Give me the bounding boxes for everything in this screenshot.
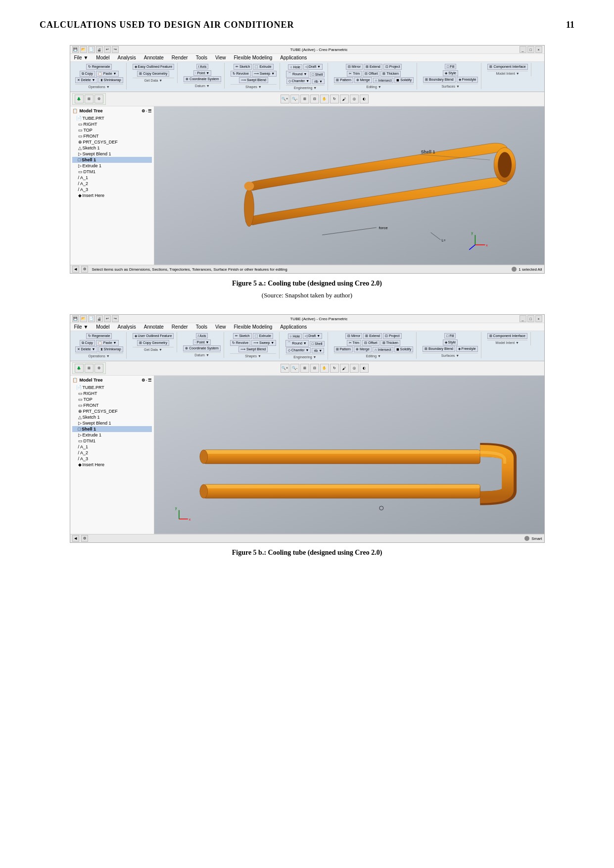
round-btn-5a[interactable]: ⌒ Round ▼ <box>286 71 309 78</box>
tree-item-insert-5b[interactable]: ◆Insert Here <box>72 462 152 468</box>
vp-zoom-prev-5a[interactable]: ⊟ <box>310 95 319 103</box>
project-btn-5b[interactable]: ⊡ Project <box>383 333 402 339</box>
tree-item-a2-5b[interactable]: /A_2 <box>72 450 152 456</box>
menu-file-5a[interactable]: File ▼ <box>72 54 91 61</box>
copy-btn-5a[interactable]: ⧉ Copy <box>80 71 95 77</box>
thicken-btn-5b[interactable]: ⊞ Thicken <box>380 340 400 346</box>
vp-rotate-5a[interactable]: ↻ <box>330 95 339 103</box>
menu-render-5b[interactable]: Render <box>170 324 190 330</box>
tree-item-front-5b[interactable]: ▭FRONT <box>72 402 152 408</box>
component-interface-btn-5a[interactable]: ⊞ Component Interface <box>487 64 527 70</box>
layer-icon-5a[interactable]: ⊞ <box>85 95 94 103</box>
tree-item-shell1-5a[interactable]: □Shell 1 <box>72 157 152 163</box>
tree-item-extrude1-5a[interactable]: ▷Extrude 1 <box>72 163 152 169</box>
pattern-btn-5b[interactable]: ⊞ Pattern <box>334 346 353 352</box>
hole-btn-5a[interactable]: ○ Hole <box>288 64 302 70</box>
draft-btn-5a[interactable]: ◁ Draft ▼ <box>303 64 323 70</box>
settings-icon-5a[interactable]: ⚙ <box>94 95 103 103</box>
freestyle-btn-5a[interactable]: ◈ Freestyle <box>457 77 478 83</box>
thicken-btn-5a[interactable]: ⊞ Thicken <box>380 71 400 77</box>
tree-item-a1-5b[interactable]: /A_1 <box>72 444 152 450</box>
pattern-btn-5a[interactable]: ⊞ Pattern <box>334 77 353 83</box>
layer-icon-5b[interactable]: ⊞ <box>85 364 94 373</box>
menu-model-5a[interactable]: Model <box>94 54 111 61</box>
menu-view-5b[interactable]: View <box>213 324 228 330</box>
tree-item-front-5a[interactable]: ▭FRONT <box>72 133 152 139</box>
trim-btn-5a[interactable]: ✂ Trim <box>347 71 362 77</box>
tree-item-a3-5b[interactable]: /A_3 <box>72 456 152 462</box>
status-left-btn-5a[interactable]: ◀ <box>72 266 79 273</box>
menu-applications-5b[interactable]: Applications <box>278 324 309 330</box>
menu-model-5b[interactable]: Model <box>94 324 111 330</box>
tree-item-dtm1-5a[interactable]: ▭DTM1 <box>72 169 152 175</box>
sketch-btn-5a[interactable]: ✏ Sketch <box>234 64 252 70</box>
tree-item-tube-5a[interactable]: 📄TUBE.PRT <box>72 115 152 121</box>
vp-zoom-in-5a[interactable]: 🔍+ <box>281 95 289 103</box>
vp-shade-5b[interactable]: ◐ <box>360 364 369 373</box>
sketch-btn-5b[interactable]: ✏ Sketch <box>233 333 251 339</box>
qb-save-btn[interactable]: 💾 <box>72 46 79 53</box>
extrude-btn-5a[interactable]: ⬚ Extrude <box>253 64 273 70</box>
vp-repaint-5b[interactable]: 🖌 <box>340 364 349 373</box>
intersect-btn-5a[interactable]: ∩ Intersect <box>373 78 394 83</box>
sweep-btn-5b[interactable]: ⟿ Sweep ▼ <box>251 340 276 346</box>
menu-tools-5a[interactable]: Tools <box>194 54 209 61</box>
component-interface-btn-5b[interactable]: ⊞ Component Interface <box>487 333 527 339</box>
tree-item-sweptblend-5b[interactable]: ▷Swept Blend 1 <box>72 420 152 426</box>
close-btn-5b[interactable]: × <box>535 315 542 322</box>
extend-btn-5b[interactable]: ⊞ Extend <box>363 333 382 339</box>
merge-btn-5b[interactable]: ⊕ Merge <box>354 346 372 352</box>
mirror-btn-5b[interactable]: ⊟ Mirror <box>345 333 362 339</box>
minimize-btn-5a[interactable]: _ <box>520 46 526 53</box>
tree-item-prt-5b[interactable]: ⊕PRT_CSYS_DEF <box>72 408 152 414</box>
tree-item-insert-5a[interactable]: ◆Insert Here <box>72 193 152 198</box>
vp-zoom-out-5b[interactable]: 🔍- <box>290 364 299 373</box>
axis-btn-5a[interactable]: / Axis <box>196 64 209 69</box>
style-btn-5a[interactable]: ◈ Style <box>443 70 458 76</box>
sweep-btn-5a[interactable]: ⟿ Sweep ▼ <box>252 71 277 77</box>
vp-zoom-in-5b[interactable]: 🔍+ <box>281 364 289 373</box>
viewport-5b[interactable]: x y <box>154 376 544 534</box>
shell-btn-5b[interactable]: □ Shell <box>310 341 325 346</box>
menu-render-5a[interactable]: Render <box>170 54 190 61</box>
easyoutlined-btn-5a[interactable]: ◈ Easy Outlined Feature <box>133 64 175 70</box>
offset-btn-5b[interactable]: ⊟ Offset <box>362 340 379 346</box>
viewport-5a[interactable]: force L= x y Shell 1 <box>154 106 544 265</box>
tree-item-sweptblend-5a[interactable]: ▷Swept Blend 1 <box>72 151 152 157</box>
qb-open-btn[interactable]: 📂 <box>80 46 87 53</box>
vp-repaint-5a[interactable]: 🖌 <box>340 95 349 103</box>
delete-btn-5a[interactable]: ✕ Delete ▼ <box>75 77 97 83</box>
tree-item-extrude1-5b[interactable]: ▷Extrude 1 <box>72 432 152 438</box>
vp-shade-5a[interactable]: ◐ <box>360 95 369 103</box>
regenerate-btn-5a[interactable]: ↻ Regenerate <box>86 64 112 70</box>
qb-save-btn-5b[interactable]: 💾 <box>72 315 79 322</box>
menu-annotate-5a[interactable]: Annotate <box>142 54 166 61</box>
minimize-btn-5b[interactable]: _ <box>520 315 526 322</box>
tree-item-right-5b[interactable]: ▭RIGHT <box>72 390 152 396</box>
tree-item-sketch1-5a[interactable]: △Sketch 1 <box>72 145 152 151</box>
vp-orient-5b[interactable]: ◎ <box>350 364 359 373</box>
menu-tools-5b[interactable]: Tools <box>194 324 209 330</box>
shrinkwrap-btn-5b[interactable]: ⧗ Shrinkwrap <box>98 346 123 352</box>
tree-item-dtm1-5b[interactable]: ▭DTM1 <box>72 438 152 444</box>
tree-item-right-5a[interactable]: ▭RIGHT <box>72 121 152 127</box>
trim-btn-5b[interactable]: ✂ Trim <box>347 340 362 346</box>
vp-pan-5b[interactable]: ✋ <box>320 364 329 373</box>
rib-btn-5a[interactable]: rib ▼ <box>312 79 325 84</box>
tree-controls-5b[interactable]: ⚙ · ☰ <box>142 378 152 383</box>
menu-applications-5a[interactable]: Applications <box>278 54 309 61</box>
vp-pan-5a[interactable]: ✋ <box>320 95 329 103</box>
menu-file-5b[interactable]: File ▼ <box>72 324 91 330</box>
tree-item-sketch1-5b[interactable]: △Sketch 1 <box>72 414 152 420</box>
copygeom-btn-5b[interactable]: ⊞ Copy Geometry <box>137 340 169 346</box>
vp-zoom-out-5a[interactable]: 🔍- <box>290 95 299 103</box>
shell-btn-5a[interactable]: □ Shell <box>310 72 325 77</box>
round-btn-5b[interactable]: ⌒ Round ▼ <box>285 340 308 347</box>
tree-item-top-5a[interactable]: ▭TOP <box>72 127 152 133</box>
qb-undo-btn[interactable]: ↩ <box>104 46 111 53</box>
useroutlined-btn-5b[interactable]: ◈ User Outlined Feature <box>133 333 174 339</box>
copy-btn-5b[interactable]: ⧉ Copy <box>80 340 95 346</box>
settings-icon-5b[interactable]: ⚙ <box>94 364 103 373</box>
tree-controls-5a[interactable]: ⚙ · ☰ <box>142 109 152 113</box>
tree-item-prt-5a[interactable]: ⊕PRT_CSYS_DEF <box>72 139 152 145</box>
